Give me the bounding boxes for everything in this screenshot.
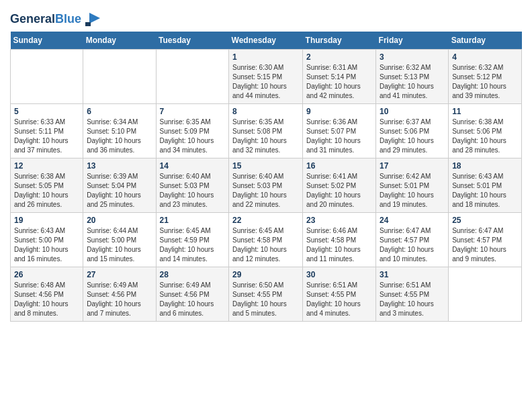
svg-marker-0 [89, 13, 100, 24]
day-detail: Sunrise: 6:38 AMSunset: 5:06 PMDaylight:… [452, 118, 518, 155]
day-detail: Sunrise: 6:48 AMSunset: 4:56 PMDaylight:… [14, 281, 79, 318]
day-detail: Sunrise: 6:33 AMSunset: 5:11 PMDaylight:… [14, 118, 79, 155]
day-detail: Sunrise: 6:40 AMSunset: 5:03 PMDaylight:… [160, 172, 226, 210]
calendar-cell: 6Sunrise: 6:34 AMSunset: 5:10 PMDaylight… [83, 104, 156, 158]
calendar-cell: 19Sunrise: 6:43 AMSunset: 5:00 PMDayligh… [11, 213, 83, 267]
week-row: 1Sunrise: 6:30 AMSunset: 5:15 PMDaylight… [11, 50, 522, 104]
calendar-cell: 25Sunrise: 6:47 AMSunset: 4:57 PMDayligh… [449, 213, 522, 267]
day-header-sunday: Sunday [11, 32, 83, 50]
day-number: 9 [306, 107, 372, 116]
day-number: 28 [160, 270, 226, 279]
calendar-cell: 29Sunrise: 6:50 AMSunset: 4:55 PMDayligh… [229, 267, 303, 322]
day-detail: Sunrise: 6:37 AMSunset: 5:06 PMDaylight:… [380, 118, 445, 155]
calendar-cell: 21Sunrise: 6:45 AMSunset: 4:59 PMDayligh… [156, 213, 229, 267]
day-number: 3 [380, 52, 445, 62]
day-number: 31 [380, 270, 445, 279]
calendar-cell: 24Sunrise: 6:47 AMSunset: 4:57 PMDayligh… [376, 213, 449, 267]
day-detail: Sunrise: 6:49 AMSunset: 4:56 PMDaylight:… [160, 281, 226, 318]
calendar-cell: 4Sunrise: 6:32 AMSunset: 5:12 PMDaylight… [449, 50, 522, 104]
calendar-cell: 15Sunrise: 6:40 AMSunset: 5:03 PMDayligh… [229, 158, 303, 213]
day-number: 14 [160, 161, 226, 171]
calendar-cell: 12Sunrise: 6:38 AMSunset: 5:05 PMDayligh… [11, 158, 83, 213]
day-number: 19 [14, 216, 79, 225]
day-detail: Sunrise: 6:50 AMSunset: 4:55 PMDaylight:… [232, 281, 299, 318]
day-number: 1 [232, 52, 299, 62]
day-detail: Sunrise: 6:32 AMSunset: 5:12 PMDaylight:… [452, 63, 518, 101]
calendar-cell: 8Sunrise: 6:35 AMSunset: 5:08 PMDaylight… [229, 104, 303, 158]
day-detail: Sunrise: 6:40 AMSunset: 5:03 PMDaylight:… [232, 172, 299, 210]
day-number: 24 [380, 216, 445, 225]
calendar-cell: 31Sunrise: 6:51 AMSunset: 4:55 PMDayligh… [376, 267, 449, 322]
calendar-cell: 30Sunrise: 6:51 AMSunset: 4:55 PMDayligh… [303, 267, 376, 322]
day-number: 15 [232, 161, 299, 171]
day-number: 29 [232, 270, 299, 279]
calendar-cell [11, 50, 83, 104]
day-number: 11 [452, 107, 518, 116]
day-header-saturday: Saturday [449, 32, 522, 50]
day-number: 6 [87, 107, 152, 116]
calendar-cell: 2Sunrise: 6:31 AMSunset: 5:14 PMDaylight… [303, 50, 376, 104]
day-number: 4 [452, 52, 518, 62]
day-number: 8 [232, 107, 299, 116]
calendar-body: 1Sunrise: 6:30 AMSunset: 5:15 PMDaylight… [11, 50, 522, 322]
week-row: 5Sunrise: 6:33 AMSunset: 5:11 PMDaylight… [11, 104, 522, 158]
day-number: 23 [306, 216, 372, 225]
calendar-cell: 16Sunrise: 6:41 AMSunset: 5:02 PMDayligh… [303, 158, 376, 213]
day-number: 5 [14, 107, 79, 116]
day-number: 10 [380, 107, 445, 116]
day-number: 20 [87, 216, 152, 225]
calendar-cell: 14Sunrise: 6:40 AMSunset: 5:03 PMDayligh… [156, 158, 229, 213]
day-detail: Sunrise: 6:32 AMSunset: 5:13 PMDaylight:… [380, 63, 445, 101]
day-detail: Sunrise: 6:42 AMSunset: 5:01 PMDaylight:… [380, 172, 445, 210]
calendar-cell: 3Sunrise: 6:32 AMSunset: 5:13 PMDaylight… [376, 50, 449, 104]
day-number: 2 [306, 52, 372, 62]
day-detail: Sunrise: 6:41 AMSunset: 5:02 PMDaylight:… [306, 172, 372, 210]
week-row: 26Sunrise: 6:48 AMSunset: 4:56 PMDayligh… [11, 267, 522, 322]
day-detail: Sunrise: 6:45 AMSunset: 4:59 PMDaylight:… [160, 226, 226, 264]
logo: GeneralBlue [10, 10, 101, 29]
day-detail: Sunrise: 6:35 AMSunset: 5:08 PMDaylight:… [232, 118, 299, 155]
calendar-cell: 11Sunrise: 6:38 AMSunset: 5:06 PMDayligh… [449, 104, 522, 158]
calendar-cell: 22Sunrise: 6:45 AMSunset: 4:58 PMDayligh… [229, 213, 303, 267]
day-number: 25 [452, 216, 518, 225]
day-detail: Sunrise: 6:43 AMSunset: 5:00 PMDaylight:… [14, 226, 79, 264]
day-header-wednesday: Wednesday [229, 32, 303, 50]
logo-icon [83, 10, 101, 29]
day-number: 21 [160, 216, 226, 225]
calendar-cell [156, 50, 229, 104]
day-number: 22 [232, 216, 299, 225]
calendar-cell: 27Sunrise: 6:49 AMSunset: 4:56 PMDayligh… [83, 267, 156, 322]
day-header-tuesday: Tuesday [156, 32, 229, 50]
calendar-cell [449, 267, 522, 322]
day-number: 7 [160, 107, 226, 116]
day-detail: Sunrise: 6:30 AMSunset: 5:15 PMDaylight:… [232, 63, 299, 101]
header: GeneralBlue [10, 7, 522, 29]
day-number: 30 [306, 270, 372, 279]
calendar-cell: 5Sunrise: 6:33 AMSunset: 5:11 PMDaylight… [11, 104, 83, 158]
day-number: 26 [14, 270, 79, 279]
calendar-cell: 20Sunrise: 6:44 AMSunset: 5:00 PMDayligh… [83, 213, 156, 267]
day-detail: Sunrise: 6:39 AMSunset: 5:04 PMDaylight:… [87, 172, 152, 210]
day-detail: Sunrise: 6:51 AMSunset: 4:55 PMDaylight:… [380, 281, 445, 318]
day-detail: Sunrise: 6:35 AMSunset: 5:09 PMDaylight:… [160, 118, 226, 155]
day-number: 16 [306, 161, 372, 171]
day-detail: Sunrise: 6:47 AMSunset: 4:57 PMDaylight:… [452, 226, 518, 264]
calendar-cell: 26Sunrise: 6:48 AMSunset: 4:56 PMDayligh… [11, 267, 83, 322]
day-detail: Sunrise: 6:49 AMSunset: 4:56 PMDaylight:… [87, 281, 152, 318]
calendar-cell: 1Sunrise: 6:30 AMSunset: 5:15 PMDaylight… [229, 50, 303, 104]
day-number: 12 [14, 161, 79, 171]
day-detail: Sunrise: 6:34 AMSunset: 5:10 PMDaylight:… [87, 118, 152, 155]
calendar-cell: 23Sunrise: 6:46 AMSunset: 4:58 PMDayligh… [303, 213, 376, 267]
day-number: 27 [87, 270, 152, 279]
day-number: 18 [452, 161, 518, 171]
day-detail: Sunrise: 6:51 AMSunset: 4:55 PMDaylight:… [306, 281, 372, 318]
day-detail: Sunrise: 6:47 AMSunset: 4:57 PMDaylight:… [380, 226, 445, 264]
day-detail: Sunrise: 6:36 AMSunset: 5:07 PMDaylight:… [306, 118, 372, 155]
calendar-cell: 10Sunrise: 6:37 AMSunset: 5:06 PMDayligh… [376, 104, 449, 158]
week-row: 19Sunrise: 6:43 AMSunset: 5:00 PMDayligh… [11, 213, 522, 267]
calendar-cell: 13Sunrise: 6:39 AMSunset: 5:04 PMDayligh… [83, 158, 156, 213]
calendar-header: SundayMondayTuesdayWednesdayThursdayFrid… [11, 32, 522, 50]
calendar-cell [83, 50, 156, 104]
week-row: 12Sunrise: 6:38 AMSunset: 5:05 PMDayligh… [11, 158, 522, 213]
logo-text: GeneralBlue [10, 13, 81, 26]
